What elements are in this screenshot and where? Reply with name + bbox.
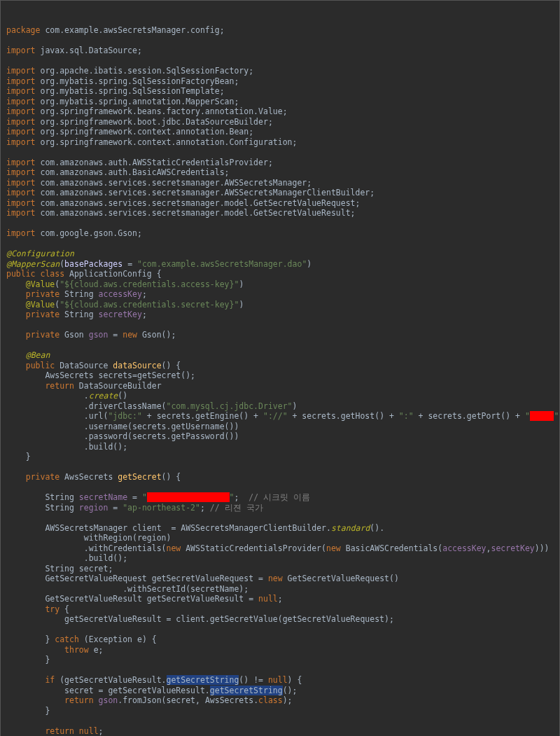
line: import com.amazonaws.services.secretsman… (6, 208, 356, 218)
line: .password(secrets.getPassword()) (6, 431, 239, 441)
line: import org.mybatis.spring.SqlSessionTemp… (6, 86, 225, 96)
line: } (6, 706, 50, 716)
line: import org.mybatis.spring.SqlSessionFact… (6, 76, 239, 86)
line: import com.amazonaws.services.secretsman… (6, 188, 374, 197)
line: import org.apache.ibatis.session.SqlSess… (6, 66, 253, 76)
line: .withSecretId(secretName); (6, 584, 248, 594)
line: import com.amazonaws.auth.BasicAWSCreden… (6, 167, 230, 177)
line: } (6, 452, 31, 461)
line: .username(secrets.getUsername()) 스키마 이름 (6, 422, 560, 431)
line: .build(); (6, 442, 127, 452)
line: AwsSecrets secrets=getSecret(); (6, 370, 195, 380)
line: private String accessKey; (6, 289, 147, 299)
line: GetSecretValueResult getSecretValueResul… (6, 594, 283, 604)
line: .build(); (6, 553, 127, 563)
line: secret = getSecretValueResult.getSecretS… (6, 686, 297, 695)
line: } (6, 655, 50, 665)
line: @Configuration (6, 249, 74, 258)
line: import org.springframework.beans.factory… (6, 106, 288, 116)
line: private String secretKey; (6, 310, 147, 319)
line: AWSSecretsManager client = AWSSecretsMan… (6, 523, 384, 533)
line: private AwsSecrets getSecret() { (6, 472, 181, 482)
line: @Bean (6, 350, 50, 360)
line: import com.amazonaws.services.secretsman… (6, 198, 360, 208)
line: getSecretValueResult = client.getSecretV… (6, 614, 394, 624)
line: withRegion(region) (6, 533, 171, 543)
line: import com.google.gson.Gson; (6, 228, 142, 238)
line: import com.amazonaws.services.secretsman… (6, 178, 312, 188)
line: throw e; (6, 645, 104, 655)
line: @Value("${cloud.aws.credentials.secret-k… (6, 300, 244, 310)
line: String secret; (6, 564, 113, 574)
line: .url("jdbc:" + secrets.getEngine() + ":/… (6, 411, 560, 421)
redacted-schema (530, 411, 554, 421)
line: import org.springframework.boot.jdbc.Dat… (6, 117, 273, 127)
line: @MapperScan(basePackages = "com.example.… (6, 259, 312, 269)
line: .withCredentials(new AWSStaticCredential… (6, 543, 550, 553)
line: .create() (6, 391, 127, 401)
line: try { (6, 604, 69, 614)
line: return gson.fromJson(secret, AwsSecrets.… (6, 695, 293, 705)
line: private Gson gson = new Gson(); (6, 330, 176, 340)
line: .driverClassName("com.mysql.cj.jdbc.Driv… (6, 401, 297, 411)
redacted-secret-name (147, 492, 230, 502)
line: return null; (6, 726, 104, 736)
line: String region = "ap-northeast-2"; // 리젼 … (6, 503, 263, 513)
line: import com.amazonaws.auth.AWSStaticCrede… (6, 158, 273, 167)
line: public class ApplicationConfig { (6, 269, 162, 279)
line: package com.example.awsSecretsManager.co… (6, 25, 225, 35)
line: import org.springframework.context.annot… (6, 127, 253, 137)
line: public DataSource dataSource() { (6, 361, 181, 370)
line: GetSecretValueRequest getSecretValueRequ… (6, 574, 399, 583)
line: if (getSecretValueResult.getSecretString… (6, 675, 302, 685)
line: import org.mybatis.spring.annotation.Map… (6, 97, 239, 106)
line: return DataSourceBuilder (6, 381, 162, 391)
line: import org.springframework.context.annot… (6, 137, 297, 147)
highlighted-method: getSecretString (210, 686, 283, 695)
line: import javax.sql.DataSource; (6, 46, 142, 55)
line: String secretName = " "; // 시크릿 이름 (6, 492, 310, 502)
line: @Value("${cloud.aws.credentials.access-k… (6, 279, 244, 289)
highlighted-method: getSecretString (167, 675, 239, 685)
line: } catch (Exception e) { (6, 634, 157, 644)
code-block: package com.example.awsSecretsManager.co… (6, 25, 554, 736)
